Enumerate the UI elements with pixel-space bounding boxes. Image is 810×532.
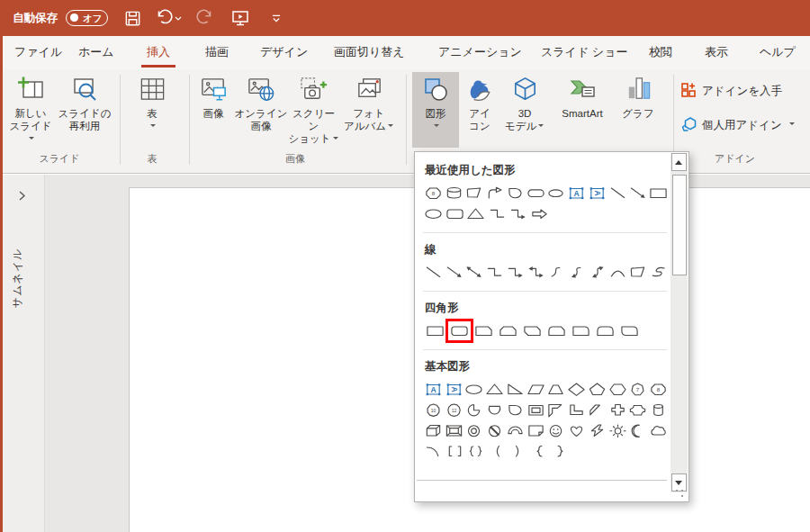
tab-4[interactable]: デザイン [260, 36, 308, 69]
shape-decagon-10[interactable]: 10 [423, 400, 444, 420]
shape-diagonal-stripe[interactable] [587, 400, 608, 420]
shape-l-shape[interactable] [566, 400, 587, 420]
shape-oval-small[interactable] [546, 183, 567, 203]
shape-lightning-bolt[interactable] [587, 420, 608, 441]
shape-heart[interactable] [566, 420, 587, 441]
shape-octagon-8[interactable]: 8 [648, 379, 669, 400]
autosave-toggle[interactable]: オフ [66, 10, 108, 26]
shape-elbow-connector[interactable] [487, 203, 508, 224]
start-slideshow-button[interactable] [229, 6, 252, 30]
shape-double-bracket[interactable] [445, 441, 466, 462]
get-addins-button[interactable]: アドインを入手 [680, 82, 782, 101]
shape-triangle[interactable] [484, 379, 505, 400]
shape-arc[interactable] [423, 441, 445, 462]
shape-octagon-8[interactable]: 8 [423, 183, 444, 203]
shape-left-brace[interactable] [529, 441, 551, 462]
tab-insert-selected[interactable]: 挿入 [147, 36, 170, 69]
shape-text-box[interactable]: A [423, 379, 444, 400]
icons-button[interactable]: アイコン [461, 72, 499, 148]
shape-round-same-side-corner[interactable] [593, 320, 617, 341]
shape-teardrop[interactable] [505, 400, 526, 420]
shape-no-symbol[interactable] [484, 420, 505, 441]
shape-cylinder[interactable] [444, 183, 464, 203]
shape-double-arrow[interactable] [464, 262, 485, 283]
shape-oval[interactable] [423, 203, 445, 224]
shape-elbow-arrow-connector[interactable] [508, 203, 529, 224]
shape-cloud[interactable] [648, 420, 669, 441]
shape-moon[interactable] [628, 420, 649, 441]
shape-curved-arrow-connector[interactable] [566, 262, 587, 283]
photo-album-button[interactable]: フォトアルバム [339, 72, 399, 148]
tab-9[interactable]: 表示 [705, 36, 728, 69]
shape-freeform[interactable] [628, 262, 649, 283]
shape-half-frame[interactable] [546, 400, 567, 420]
shape-arrow[interactable] [444, 262, 464, 283]
shape-parallelogram[interactable] [526, 379, 546, 400]
tab-6[interactable]: アニメーション [438, 36, 522, 69]
undo-button[interactable] [157, 6, 180, 30]
tab-3[interactable]: 描画 [205, 36, 229, 69]
shape-curve[interactable] [608, 262, 628, 283]
shape-arrow[interactable] [628, 183, 649, 203]
panel-resize-grip[interactable] [675, 489, 684, 498]
shape-snip-single-corner[interactable] [472, 320, 496, 341]
shape-freeform[interactable] [464, 183, 485, 203]
shape-scribble[interactable] [648, 262, 669, 283]
shape-diamond[interactable] [566, 379, 587, 400]
shape-teardrop[interactable] [505, 183, 526, 203]
shape-round-diagonal-corner[interactable] [617, 320, 642, 341]
shape-rect[interactable] [423, 320, 447, 341]
shape-heptagon-7[interactable]: 7 [628, 379, 649, 400]
my-addins-button[interactable]: 個人用アドイン [680, 116, 796, 135]
shape-line[interactable] [423, 262, 444, 283]
shape-folded-corner[interactable] [526, 420, 546, 441]
shape-rect[interactable] [648, 183, 669, 203]
table-button[interactable]: 表 [128, 72, 176, 148]
screenshot-button[interactable]: スクリーンショット [288, 72, 339, 148]
shape-elbow-double-arrow-connector[interactable] [526, 262, 546, 283]
shape-vertical-text-box[interactable]: A [444, 379, 464, 400]
undo-dropdown-icon[interactable] [175, 14, 182, 22]
shape-pentagon[interactable] [587, 379, 608, 400]
shape-smiley[interactable] [546, 420, 567, 441]
shape-curved-double-arrow-connector[interactable] [587, 262, 608, 283]
shape-trapezoid[interactable] [546, 379, 567, 400]
collapse-pane-chevron-icon[interactable] [17, 189, 27, 205]
tab-5[interactable]: 画面切り替え [334, 36, 405, 69]
new-slide-button[interactable]: 新しいスライド [5, 72, 56, 148]
shape-elbow-arrow-connector[interactable] [505, 262, 526, 283]
shape-round-rect-flat[interactable] [526, 183, 546, 203]
shapes-button[interactable]: 図形 [412, 72, 459, 148]
shape-bevel[interactable] [444, 420, 464, 441]
smartart-button[interactable]: SmartArt [549, 72, 616, 148]
shape-frame[interactable] [526, 400, 546, 420]
shapes-panel-scrollbar[interactable] [670, 153, 688, 492]
shape-right-bracket[interactable] [508, 441, 529, 462]
scroll-up-button[interactable] [671, 153, 687, 171]
shape-right-brace[interactable] [550, 441, 572, 462]
shape-cube[interactable] [423, 420, 444, 441]
shape-right-triangle[interactable] [505, 379, 526, 400]
shape-sun[interactable] [608, 420, 628, 441]
shape-round-single-corner[interactable] [569, 320, 593, 341]
shape-pie[interactable] [464, 400, 485, 420]
shape-double-brace[interactable] [465, 441, 487, 462]
shape-cross[interactable] [608, 400, 628, 420]
shape-text-box[interactable]: A [566, 183, 587, 203]
scrollbar-thumb[interactable] [672, 175, 687, 275]
chart-button[interactable]: グラフ [616, 72, 661, 148]
shape-left-bracket[interactable] [487, 441, 508, 462]
shape-block-arc[interactable] [505, 420, 526, 441]
shape-snip-and-round-corner[interactable] [544, 320, 569, 341]
shape-chord[interactable] [484, 400, 505, 420]
online-pictures-button[interactable]: オンライン画像 [234, 72, 288, 148]
shape-snip-same-side-corner[interactable] [496, 320, 520, 341]
shape-round-rect[interactable] [445, 203, 466, 224]
shape-dodecagon-12[interactable]: 12 [444, 400, 464, 420]
tab-8[interactable]: 校閲 [649, 36, 672, 69]
shape-curved-connector[interactable] [546, 262, 567, 283]
shape-line[interactable] [608, 183, 628, 203]
tab-10[interactable]: ヘルプ [760, 36, 796, 69]
shape-vertical-text-box[interactable]: A [587, 183, 608, 203]
shape-elbow-connector[interactable] [484, 262, 505, 283]
